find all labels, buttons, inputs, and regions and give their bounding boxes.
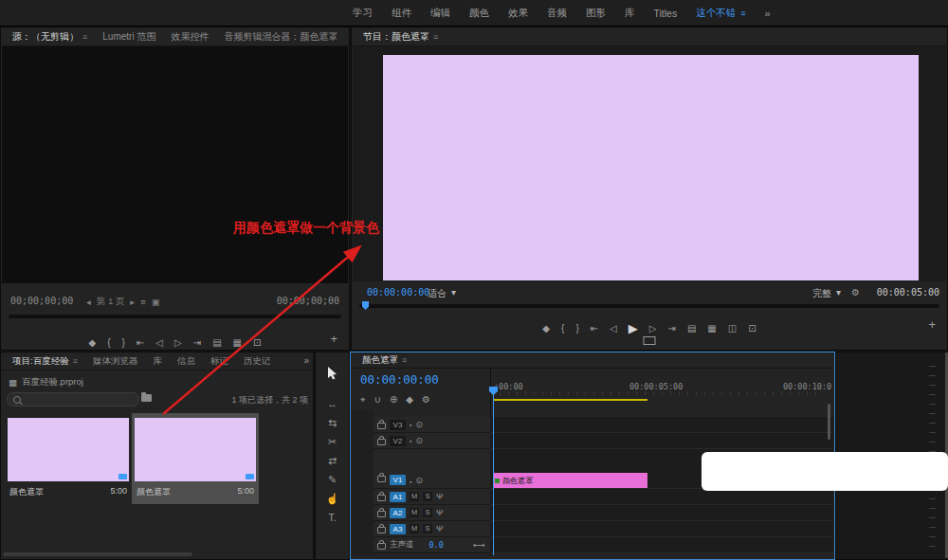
audio-track-header[interactable]: A1 M S Ψ bbox=[374, 489, 490, 505]
project-panel-tab[interactable]: 历史记≡ bbox=[236, 353, 279, 370]
timeline-timecode[interactable]: 00:00:00:00 bbox=[360, 372, 439, 387]
project-panel-tab[interactable]: 库≡ bbox=[145, 353, 170, 370]
timeline-toolbar-icon[interactable]: ◆ bbox=[406, 394, 413, 406]
sync-lock-icon[interactable]: ▪ bbox=[410, 479, 411, 485]
transport-icon[interactable]: ⊡ bbox=[253, 337, 261, 348]
audio-track-header[interactable]: A3 M S Ψ bbox=[374, 521, 490, 537]
project-panel-tab[interactable]: 信息≡ bbox=[170, 353, 203, 370]
search-input[interactable] bbox=[25, 394, 123, 406]
transport-icon[interactable]: ◫ bbox=[728, 323, 737, 334]
workspace-tab[interactable]: 学习≡ bbox=[353, 7, 373, 20]
track-badge[interactable]: A2 bbox=[390, 508, 406, 518]
project-item-thumbnail[interactable] bbox=[135, 418, 256, 481]
panel-menu-icon[interactable]: ≡ bbox=[73, 356, 78, 366]
panel-menu-icon[interactable]: ≡ bbox=[82, 32, 87, 42]
workspace-tab[interactable]: 库≡ bbox=[625, 7, 635, 20]
track-badge[interactable]: V2 bbox=[390, 436, 406, 446]
transport-icon[interactable]: ⊡ bbox=[748, 323, 756, 334]
project-item-thumbnail[interactable] bbox=[8, 418, 129, 481]
track-select-tool[interactable]: ↔ bbox=[316, 394, 349, 413]
horizontal-scrollbar[interactable] bbox=[3, 552, 192, 556]
track-content[interactable] bbox=[490, 433, 833, 449]
source-panel-tab[interactable]: 效果控件≡ bbox=[163, 28, 216, 45]
workspace-tab[interactable]: 颜色≡ bbox=[469, 7, 489, 20]
workspace-tab[interactable]: 编辑≡ bbox=[430, 7, 450, 20]
voiceover-mic-icon[interactable]: Ψ bbox=[436, 524, 444, 533]
timeline-toolbar-icon[interactable]: ∪ bbox=[374, 394, 381, 406]
timeline-scrollbar[interactable] bbox=[828, 404, 830, 440]
track-content[interactable] bbox=[490, 521, 833, 537]
video-track-header[interactable]: V3 ▪ ⊙ bbox=[374, 417, 490, 433]
track-content[interactable] bbox=[490, 505, 833, 521]
voiceover-mic-icon[interactable]: Ψ bbox=[436, 492, 444, 501]
transport-icon[interactable]: ▷ bbox=[649, 323, 657, 334]
lock-icon[interactable] bbox=[377, 423, 386, 429]
playback-resolution-select[interactable]: 完整 ▾ bbox=[812, 287, 841, 300]
lock-icon[interactable] bbox=[377, 439, 386, 445]
source-panel-tab[interactable]: 源：（无剪辑）≡ bbox=[5, 28, 95, 45]
slip-tool[interactable]: ⇄ bbox=[316, 451, 349, 470]
new-bin-folder-icon[interactable] bbox=[141, 394, 152, 402]
project-panel-tab[interactable]: 标记≡ bbox=[203, 353, 236, 370]
track-visibility-icon[interactable]: ⊙ bbox=[415, 436, 423, 445]
transport-icon[interactable]: ▤ bbox=[212, 337, 221, 348]
sync-lock-icon[interactable]: ▪ bbox=[410, 422, 411, 428]
project-item[interactable]: 颜色遮罩 5:00 bbox=[132, 413, 259, 504]
zoom-level-select[interactable]: 适合 ▾ bbox=[428, 287, 456, 300]
hand-tool[interactable]: ☝ bbox=[316, 489, 349, 508]
transport-icon[interactable]: ⇥ bbox=[668, 323, 676, 334]
scrubber-playhead[interactable] bbox=[362, 301, 369, 310]
search-box[interactable] bbox=[7, 392, 139, 406]
ripple-edit-tool[interactable]: ⇆ bbox=[316, 413, 349, 432]
transport-icon[interactable]: ▷ bbox=[174, 337, 182, 348]
lock-icon[interactable] bbox=[377, 511, 386, 517]
safe-margins-icon[interactable] bbox=[644, 336, 656, 345]
timeline-toolbar-icon[interactable]: ⌖ bbox=[360, 394, 366, 406]
timeline-clip[interactable]: 颜色遮罩 bbox=[493, 473, 647, 488]
track-height-resize-icon[interactable]: ⟷ bbox=[473, 540, 485, 550]
workspace-tab[interactable]: 这个不错≡ bbox=[696, 7, 745, 20]
track-visibility-icon[interactable]: ⊙ bbox=[415, 420, 423, 429]
list-icon[interactable]: ≡ bbox=[140, 297, 146, 307]
solo-button[interactable]: S bbox=[423, 508, 432, 517]
lock-icon[interactable] bbox=[377, 527, 386, 533]
source-panel-tab[interactable]: Lumetri 范围≡ bbox=[95, 28, 163, 45]
settings-icon[interactable]: ⚙ bbox=[851, 287, 860, 298]
page-prev-icon[interactable]: ◂ bbox=[86, 297, 91, 307]
add-button[interactable]: + bbox=[928, 318, 936, 332]
program-scrubber[interactable] bbox=[359, 304, 939, 308]
lock-icon[interactable] bbox=[377, 543, 386, 550]
workspace-tab[interactable]: 图形≡ bbox=[586, 7, 606, 20]
mute-button[interactable]: M bbox=[410, 508, 419, 517]
transport-icon[interactable]: { bbox=[561, 323, 564, 334]
source-panel-tab[interactable]: 音频剪辑混合器：颜色遮罩≡ bbox=[216, 28, 345, 45]
transport-icon[interactable]: ▦ bbox=[707, 323, 716, 334]
add-button[interactable]: + bbox=[330, 333, 337, 346]
panel-overflow-icon[interactable]: » bbox=[303, 355, 309, 366]
track-content[interactable] bbox=[490, 417, 833, 433]
timeline-tab[interactable]: 颜色遮罩≡ bbox=[355, 352, 414, 369]
voiceover-mic-icon[interactable]: Ψ bbox=[436, 508, 444, 517]
lock-icon[interactable] bbox=[377, 495, 386, 501]
master-track-header[interactable]: 主声道 0.0 ⟷ bbox=[374, 537, 490, 553]
pen-tool[interactable]: ✎ bbox=[316, 470, 349, 489]
transport-icon[interactable]: ▤ bbox=[687, 323, 696, 334]
timeline-toolbar-icon[interactable]: ⚙ bbox=[422, 394, 430, 406]
project-item[interactable]: 颜色遮罩 5:00 bbox=[5, 413, 132, 504]
page-label[interactable]: 第 1 页 bbox=[97, 296, 125, 308]
transport-icon[interactable]: ▶ bbox=[629, 321, 638, 335]
workspace-tab[interactable]: Titles≡ bbox=[654, 8, 678, 19]
type-tool[interactable]: T. bbox=[316, 508, 349, 527]
track-badge[interactable]: A3 bbox=[390, 524, 406, 534]
solo-button[interactable]: S bbox=[423, 492, 432, 501]
source-scrubber[interactable] bbox=[9, 315, 341, 318]
program-panel-tab[interactable]: 节目：颜色遮罩≡ bbox=[356, 28, 446, 45]
track-badge[interactable]: V3 bbox=[390, 420, 406, 430]
video-track-header[interactable]: V2 ▪ ⊙ bbox=[374, 433, 490, 449]
project-item-name[interactable]: 颜色遮罩 bbox=[137, 486, 171, 498]
transport-icon[interactable]: ▦ bbox=[233, 337, 242, 348]
project-panel-tab[interactable]: 媒体浏览器≡ bbox=[85, 353, 146, 370]
transport-icon[interactable]: ◆ bbox=[542, 323, 550, 334]
razor-tool[interactable]: ✂ bbox=[316, 432, 349, 451]
workspace-tab[interactable]: 效果≡ bbox=[508, 7, 528, 20]
